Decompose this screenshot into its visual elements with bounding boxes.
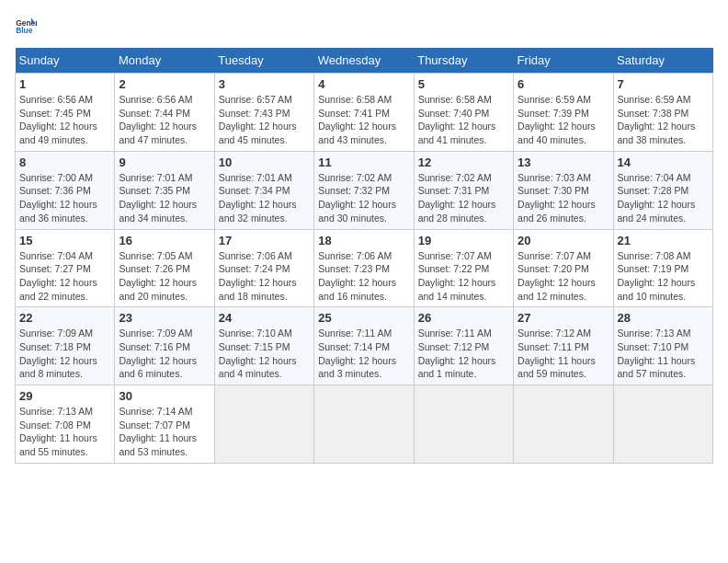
day-info: Sunrise: 6:58 AM Sunset: 7:40 PM Dayligh…: [418, 93, 509, 147]
day-cell: 27Sunrise: 7:12 AM Sunset: 7:11 PM Dayli…: [514, 307, 613, 385]
day-number: 5: [418, 77, 509, 91]
page-header: General Blue: [15, 15, 713, 37]
column-header-wednesday: Wednesday: [314, 48, 414, 74]
day-info: Sunrise: 7:08 AM Sunset: 7:19 PM Dayligh…: [618, 249, 709, 304]
day-cell: 26Sunrise: 7:11 AM Sunset: 7:12 PM Dayli…: [414, 307, 513, 385]
day-info: Sunrise: 7:02 AM Sunset: 7:31 PM Dayligh…: [418, 171, 509, 225]
column-header-tuesday: Tuesday: [214, 48, 313, 74]
day-cell: 23Sunrise: 7:09 AM Sunset: 7:16 PM Dayli…: [115, 307, 214, 385]
day-info: Sunrise: 7:00 AM Sunset: 7:36 PM Dayligh…: [19, 171, 110, 225]
week-row-3: 15Sunrise: 7:04 AM Sunset: 7:27 PM Dayli…: [16, 229, 713, 307]
calendar-table: SundayMondayTuesdayWednesdayThursdayFrid…: [15, 48, 713, 464]
day-number: 2: [119, 77, 210, 91]
day-number: 3: [219, 77, 310, 91]
day-info: Sunrise: 6:59 AM Sunset: 7:39 PM Dayligh…: [518, 93, 609, 147]
day-cell: 29Sunrise: 7:13 AM Sunset: 7:08 PM Dayli…: [16, 385, 115, 464]
day-info: Sunrise: 7:04 AM Sunset: 7:28 PM Dayligh…: [618, 171, 709, 225]
day-cell: 19Sunrise: 7:07 AM Sunset: 7:22 PM Dayli…: [414, 229, 513, 307]
week-row-4: 22Sunrise: 7:09 AM Sunset: 7:18 PM Dayli…: [16, 307, 713, 385]
logo: General Blue: [15, 15, 40, 37]
column-header-thursday: Thursday: [414, 48, 513, 74]
day-number: 21: [618, 234, 709, 247]
day-number: 24: [219, 311, 310, 325]
day-number: 15: [19, 234, 110, 247]
day-cell: [414, 385, 513, 464]
day-cell: 14Sunrise: 7:04 AM Sunset: 7:28 PM Dayli…: [613, 151, 712, 229]
day-info: Sunrise: 7:11 AM Sunset: 7:14 PM Dayligh…: [318, 327, 409, 381]
day-info: Sunrise: 7:01 AM Sunset: 7:35 PM Dayligh…: [119, 171, 210, 225]
header-row: SundayMondayTuesdayWednesdayThursdayFrid…: [16, 48, 713, 74]
day-number: 20: [518, 234, 609, 247]
day-cell: 12Sunrise: 7:02 AM Sunset: 7:31 PM Dayli…: [414, 151, 513, 229]
day-cell: 22Sunrise: 7:09 AM Sunset: 7:18 PM Dayli…: [16, 307, 115, 385]
week-row-2: 8Sunrise: 7:00 AM Sunset: 7:36 PM Daylig…: [16, 151, 713, 229]
day-cell: 20Sunrise: 7:07 AM Sunset: 7:20 PM Dayli…: [514, 229, 613, 307]
day-cell: 8Sunrise: 7:00 AM Sunset: 7:36 PM Daylig…: [16, 151, 115, 229]
day-number: 16: [119, 234, 210, 247]
day-info: Sunrise: 7:09 AM Sunset: 7:16 PM Dayligh…: [119, 327, 210, 381]
day-info: Sunrise: 7:10 AM Sunset: 7:15 PM Dayligh…: [219, 327, 310, 381]
day-number: 1: [19, 77, 110, 91]
day-cell: 18Sunrise: 7:06 AM Sunset: 7:23 PM Dayli…: [314, 229, 414, 307]
day-cell: 24Sunrise: 7:10 AM Sunset: 7:15 PM Dayli…: [214, 307, 313, 385]
day-info: Sunrise: 7:07 AM Sunset: 7:22 PM Dayligh…: [418, 249, 509, 304]
column-header-sunday: Sunday: [16, 48, 115, 74]
day-number: 30: [119, 389, 210, 403]
day-info: Sunrise: 7:04 AM Sunset: 7:27 PM Dayligh…: [19, 249, 110, 304]
week-row-1: 1Sunrise: 6:56 AM Sunset: 7:45 PM Daylig…: [16, 74, 713, 152]
day-info: Sunrise: 7:02 AM Sunset: 7:32 PM Dayligh…: [318, 171, 409, 225]
day-cell: 3Sunrise: 6:57 AM Sunset: 7:43 PM Daylig…: [214, 74, 313, 152]
day-cell: 5Sunrise: 6:58 AM Sunset: 7:40 PM Daylig…: [414, 74, 513, 152]
day-cell: [314, 385, 414, 464]
day-number: 14: [618, 155, 709, 169]
day-cell: 28Sunrise: 7:13 AM Sunset: 7:10 PM Dayli…: [613, 307, 712, 385]
day-info: Sunrise: 7:12 AM Sunset: 7:11 PM Dayligh…: [518, 327, 609, 381]
day-cell: 16Sunrise: 7:05 AM Sunset: 7:26 PM Dayli…: [115, 229, 214, 307]
day-cell: [214, 385, 313, 464]
day-cell: 10Sunrise: 7:01 AM Sunset: 7:34 PM Dayli…: [214, 151, 313, 229]
day-number: 6: [518, 77, 609, 91]
day-number: 17: [219, 234, 310, 247]
day-number: 26: [418, 311, 509, 325]
day-cell: 30Sunrise: 7:14 AM Sunset: 7:07 PM Dayli…: [115, 385, 214, 464]
day-cell: [514, 385, 613, 464]
day-number: 7: [618, 77, 709, 91]
column-header-saturday: Saturday: [613, 48, 712, 74]
day-cell: [613, 385, 712, 464]
column-header-monday: Monday: [115, 48, 214, 74]
day-cell: 2Sunrise: 6:56 AM Sunset: 7:44 PM Daylig…: [115, 74, 214, 152]
day-cell: 13Sunrise: 7:03 AM Sunset: 7:30 PM Dayli…: [514, 151, 613, 229]
day-number: 27: [518, 311, 609, 325]
day-number: 18: [318, 234, 409, 247]
day-cell: 1Sunrise: 6:56 AM Sunset: 7:45 PM Daylig…: [16, 74, 115, 152]
day-info: Sunrise: 7:09 AM Sunset: 7:18 PM Dayligh…: [19, 327, 110, 381]
day-info: Sunrise: 7:13 AM Sunset: 7:10 PM Dayligh…: [618, 327, 709, 381]
day-number: 23: [119, 311, 210, 325]
day-cell: 6Sunrise: 6:59 AM Sunset: 7:39 PM Daylig…: [514, 74, 613, 152]
day-cell: 25Sunrise: 7:11 AM Sunset: 7:14 PM Dayli…: [314, 307, 414, 385]
day-number: 13: [518, 155, 609, 169]
day-cell: 21Sunrise: 7:08 AM Sunset: 7:19 PM Dayli…: [613, 229, 712, 307]
day-info: Sunrise: 7:07 AM Sunset: 7:20 PM Dayligh…: [518, 249, 609, 304]
day-number: 19: [418, 234, 509, 247]
day-info: Sunrise: 7:05 AM Sunset: 7:26 PM Dayligh…: [119, 249, 210, 304]
day-number: 25: [318, 311, 409, 325]
week-row-5: 29Sunrise: 7:13 AM Sunset: 7:08 PM Dayli…: [16, 385, 713, 464]
day-cell: 7Sunrise: 6:59 AM Sunset: 7:38 PM Daylig…: [613, 74, 712, 152]
day-info: Sunrise: 7:11 AM Sunset: 7:12 PM Dayligh…: [418, 327, 509, 381]
day-info: Sunrise: 6:56 AM Sunset: 7:45 PM Dayligh…: [19, 93, 110, 147]
day-info: Sunrise: 7:06 AM Sunset: 7:24 PM Dayligh…: [219, 249, 310, 304]
day-number: 10: [219, 155, 310, 169]
day-number: 29: [19, 389, 110, 403]
day-cell: 4Sunrise: 6:58 AM Sunset: 7:41 PM Daylig…: [314, 74, 414, 152]
day-number: 12: [418, 155, 509, 169]
day-info: Sunrise: 7:01 AM Sunset: 7:34 PM Dayligh…: [219, 171, 310, 225]
column-header-friday: Friday: [514, 48, 613, 74]
day-number: 9: [119, 155, 210, 169]
day-number: 22: [19, 311, 110, 325]
day-info: Sunrise: 6:56 AM Sunset: 7:44 PM Dayligh…: [119, 93, 210, 147]
day-number: 28: [618, 311, 709, 325]
day-number: 4: [318, 77, 409, 91]
day-cell: 9Sunrise: 7:01 AM Sunset: 7:35 PM Daylig…: [115, 151, 214, 229]
day-info: Sunrise: 6:58 AM Sunset: 7:41 PM Dayligh…: [318, 93, 409, 147]
